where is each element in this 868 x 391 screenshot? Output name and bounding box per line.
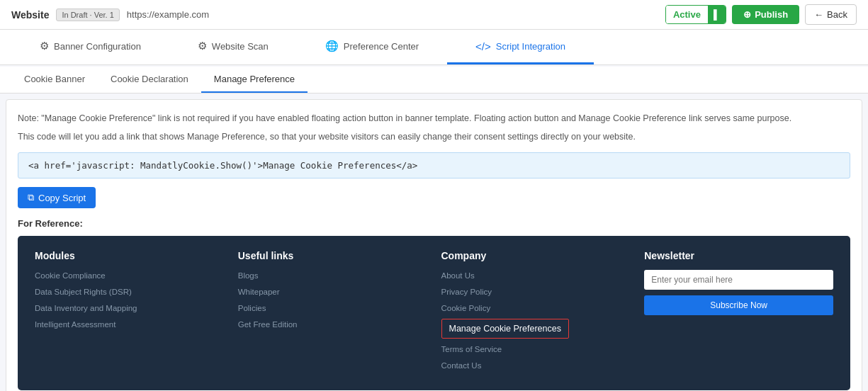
reference-box: Modules Cookie Compliance Data Subject R… bbox=[18, 236, 850, 390]
tab-preference-center-label: Preference Center bbox=[344, 41, 419, 52]
note-text-1: Note: "Manage Cookie Preference" link is… bbox=[18, 111, 850, 125]
subtab-cookie-declaration-label: Cookie Declaration bbox=[111, 74, 188, 84]
gear-icon: ⚙ bbox=[40, 40, 49, 52]
code-snippet: <a href='javascript: MandatlyCookie.Show… bbox=[28, 160, 417, 171]
for-reference-label: For Reference: bbox=[18, 218, 850, 229]
publish-label: Publish bbox=[755, 9, 788, 20]
ref-link[interactable]: Policies bbox=[238, 302, 427, 314]
publish-icon: ⊕ bbox=[743, 9, 751, 20]
ref-col-modules: Modules Cookie Compliance Data Subject R… bbox=[35, 250, 224, 376]
tab-website-scan[interactable]: ⚙ Website Scan bbox=[169, 30, 297, 64]
ref-link[interactable]: Get Free Edition bbox=[238, 319, 427, 330]
ref-link[interactable]: Data Subject Rights (DSR) bbox=[35, 286, 224, 298]
tab-banner-configuration[interactable]: ⚙ Banner Configuration bbox=[11, 30, 169, 64]
url-text: https://example.com bbox=[127, 9, 209, 20]
back-button[interactable]: ← Back bbox=[805, 4, 857, 25]
subtab-cookie-declaration[interactable]: Cookie Declaration bbox=[98, 67, 201, 93]
ref-link[interactable]: Blogs bbox=[238, 270, 427, 281]
ref-link[interactable]: Data Inventory and Mapping bbox=[35, 302, 224, 314]
copy-icon: ⧉ bbox=[28, 192, 34, 203]
globe-icon: 🌐 bbox=[325, 40, 339, 52]
tab-website-scan-label: Website Scan bbox=[212, 41, 269, 52]
main-content: Note: "Manage Cookie Preference" link is… bbox=[6, 99, 862, 391]
ref-col-newsletter: Newsletter Subscribe Now bbox=[644, 250, 833, 376]
copy-script-button[interactable]: ⧉ Copy Script bbox=[18, 187, 96, 208]
gear-icon-2: ⚙ bbox=[198, 40, 207, 52]
active-label: Active bbox=[666, 6, 708, 23]
top-bar: Website In Draft · Ver. 1 https://exampl… bbox=[0, 0, 868, 30]
subtab-cookie-banner-label: Cookie Banner bbox=[24, 74, 85, 84]
publish-button[interactable]: ⊕ Publish bbox=[732, 5, 799, 24]
ref-link[interactable]: Terms of Service bbox=[441, 344, 631, 355]
ref-link[interactable]: Cookie Compliance bbox=[35, 270, 224, 281]
copy-script-label: Copy Script bbox=[38, 193, 86, 203]
ref-link[interactable]: Intelligent Assessment bbox=[35, 319, 224, 330]
ref-link[interactable]: Privacy Policy bbox=[441, 286, 631, 298]
newsletter-email-input[interactable] bbox=[644, 270, 833, 290]
back-arrow-icon: ← bbox=[814, 9, 823, 20]
draft-badge: In Draft · Ver. 1 bbox=[56, 8, 119, 21]
tab-script-integration[interactable]: </> Script Integration bbox=[447, 30, 594, 64]
website-label: Website bbox=[11, 9, 49, 21]
ref-col-useful-links: Useful links Blogs Whitepaper Policies G… bbox=[238, 250, 427, 376]
ref-col-company: Company About Us Privacy Policy Cookie P… bbox=[441, 250, 631, 376]
back-label: Back bbox=[827, 9, 847, 20]
tab-banner-configuration-label: Banner Configuration bbox=[54, 41, 141, 52]
subtab-manage-preference-label: Manage Preference bbox=[214, 74, 295, 84]
top-bar-left: Website In Draft · Ver. 1 https://exampl… bbox=[11, 8, 665, 21]
subscribe-label: Subscribe Now bbox=[710, 300, 767, 310]
ref-link[interactable]: Whitepaper bbox=[238, 286, 427, 298]
manage-cookie-label: Manage Cookie Preferences bbox=[449, 324, 561, 334]
tab-script-integration-label: Script Integration bbox=[496, 41, 565, 52]
ref-link[interactable]: Cookie Policy bbox=[441, 302, 631, 314]
active-button-group[interactable]: Active ▌ bbox=[665, 5, 726, 24]
subtab-cookie-banner[interactable]: Cookie Banner bbox=[11, 67, 98, 93]
ref-link[interactable]: About Us bbox=[441, 270, 631, 281]
useful-links-title: Useful links bbox=[238, 250, 427, 261]
nav-tabs: ⚙ Banner Configuration ⚙ Website Scan 🌐 … bbox=[0, 30, 868, 65]
top-bar-right: Active ▌ ⊕ Publish ← Back bbox=[665, 4, 857, 25]
code-block: <a href='javascript: MandatlyCookie.Show… bbox=[18, 152, 850, 178]
company-title: Company bbox=[441, 250, 631, 261]
subtab-manage-preference[interactable]: Manage Preference bbox=[201, 67, 308, 93]
newsletter-title: Newsletter bbox=[644, 250, 833, 261]
tab-preference-center[interactable]: 🌐 Preference Center bbox=[297, 30, 447, 64]
ref-link[interactable]: Contact Us bbox=[441, 360, 631, 371]
modules-title: Modules bbox=[35, 250, 224, 261]
code-icon: </> bbox=[475, 40, 491, 52]
manage-cookie-preferences-button[interactable]: Manage Cookie Preferences bbox=[441, 319, 569, 339]
active-toggle[interactable]: ▌ bbox=[708, 6, 726, 23]
sub-tabs: Cookie Banner Cookie Declaration Manage … bbox=[0, 67, 868, 94]
note-text-2: This code will let you add a link that s… bbox=[18, 130, 850, 144]
subscribe-button[interactable]: Subscribe Now bbox=[644, 295, 833, 315]
reference-grid: Modules Cookie Compliance Data Subject R… bbox=[35, 250, 833, 376]
